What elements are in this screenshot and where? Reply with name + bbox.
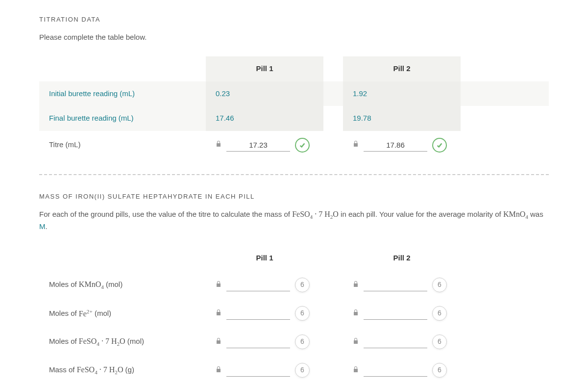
row-label: Initial burette reading (mL) [39,81,206,106]
lock-icon [353,365,359,376]
lock-icon [353,139,359,151]
attempts-remaining: 6 [295,278,310,292]
correct-check-icon [295,138,310,153]
column-header: Pill 2 [343,56,461,81]
lock-icon [353,280,359,291]
lock-icon [216,139,221,151]
lock-icon [353,308,359,319]
lock-icon [216,280,221,291]
column-header: Pill 1 [206,246,323,271]
titre-input[interactable] [364,139,427,152]
row-label: Mass of FeSO4 · 7 H2O (g) [39,356,206,385]
correct-check-icon [432,138,447,153]
mass-input[interactable] [226,364,290,377]
attempts-remaining: 6 [432,334,447,349]
formula-feso4: FeSO4 · 7 H2O [292,210,339,218]
attempts-remaining: 6 [432,278,447,292]
titre-input[interactable] [226,139,290,152]
attempts-remaining: 6 [295,334,310,349]
row-label: Moles of Fe2+ (mol) [39,299,206,328]
lock-icon [216,308,221,319]
column-header: Pill 2 [343,246,461,271]
row-label: Final burette reading (mL) [39,106,206,131]
mass-instruction: For each of the ground pills, use the va… [39,208,549,232]
mass-input[interactable] [364,335,427,348]
attempts-remaining: 6 [432,363,447,378]
molarity-link[interactable]: M [39,222,46,231]
section-divider [39,174,549,175]
mass-input[interactable] [226,335,290,348]
lock-icon [353,336,359,348]
cell-value: 1.92 [343,81,461,106]
attempts-remaining: 6 [432,306,447,321]
mass-heading: MASS OF IRON(II) SULFATE HEPTAHYDRATE IN… [39,192,549,202]
section-mass: MASS OF IRON(II) SULFATE HEPTAHYDRATE IN… [39,192,549,385]
cell-value: 17.46 [206,106,323,131]
row-label: Titre (mL) [39,131,206,159]
mass-input[interactable] [364,307,427,320]
attempts-remaining: 6 [295,306,310,321]
titration-table: Pill 1 Pill 2 Initial burette reading (m… [39,56,549,159]
titration-heading: TITRATION DATA [39,15,549,25]
mass-input[interactable] [364,279,427,291]
mass-input[interactable] [226,307,290,320]
cell-value: 0.23 [206,81,323,106]
row-label: Moles of KMnO4 (mol) [39,271,206,299]
formula-kmno4: KMnO4 [503,210,528,218]
row-label: Moles of FeSO4 · 7 H2O (mol) [39,328,206,356]
mass-table: Pill 1 Pill 2 Moles of KMnO4 (mol) 6 6 [39,246,549,385]
attempts-remaining: 6 [295,363,310,378]
lock-icon [216,336,221,348]
lock-icon [216,365,221,376]
mass-input[interactable] [226,279,290,291]
titration-instruction: Please complete the table below. [39,32,549,43]
mass-input[interactable] [364,364,427,377]
cell-value: 19.78 [343,106,461,131]
column-header: Pill 1 [206,56,323,81]
section-titration: TITRATION DATA Please complete the table… [39,15,549,159]
